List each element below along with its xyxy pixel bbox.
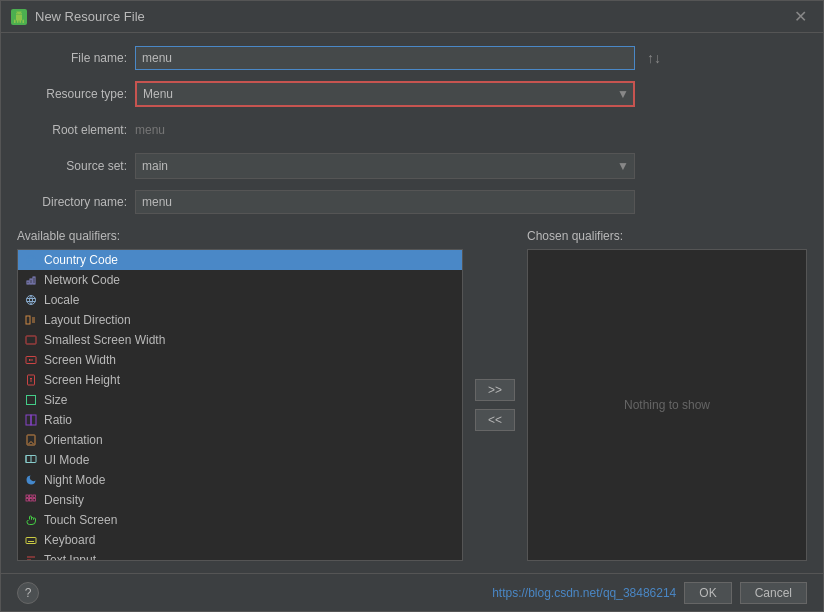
ui-mode-icon — [24, 453, 38, 467]
ratio-icon — [24, 413, 38, 427]
qualifier-label-text-input: Text Input — [44, 553, 96, 561]
root-element-label: Root element: — [17, 123, 127, 137]
svg-rect-13 — [31, 415, 36, 425]
qualifier-label-screen-height: Screen Height — [44, 373, 120, 387]
qualifier-label-locale: Locale — [44, 293, 79, 307]
qualifier-item-keyboard[interactable]: Keyboard — [18, 530, 462, 550]
qualifier-item-screen-width[interactable]: Screen Width — [18, 350, 462, 370]
svg-rect-18 — [30, 495, 33, 498]
root-element-row: Root element: menu — [17, 117, 807, 143]
qualifier-item-layout-direction[interactable]: Layout Direction — [18, 310, 462, 330]
svg-rect-21 — [30, 499, 33, 502]
qualifier-item-network-code[interactable]: Network Code — [18, 270, 462, 290]
svg-rect-19 — [33, 495, 36, 498]
qualifier-item-screen-height[interactable]: Screen Height — [18, 370, 462, 390]
directory-name-label: Directory name: — [17, 195, 127, 209]
qualifier-label-layout-direction: Layout Direction — [44, 313, 131, 327]
qualifier-label-network-code: Network Code — [44, 273, 120, 287]
resource-type-select[interactable]: Menu Layout Values Drawable — [135, 81, 635, 107]
qualifier-label-density: Density — [44, 493, 84, 507]
svg-rect-17 — [26, 495, 29, 498]
svg-rect-12 — [26, 415, 31, 425]
qualifier-item-night-mode[interactable]: Night Mode — [18, 470, 462, 490]
svg-rect-22 — [33, 499, 36, 502]
help-button[interactable]: ? — [17, 582, 39, 604]
qualifier-item-ratio[interactable]: Ratio — [18, 410, 462, 430]
qualifier-item-country-code[interactable]: Country Code — [18, 250, 462, 270]
android-icon — [11, 9, 27, 25]
nothing-to-show-text: Nothing to show — [624, 398, 710, 412]
footer: ? https://blog.csdn.net/qq_38486214 OK C… — [1, 573, 823, 611]
available-qualifiers-list[interactable]: Country Code Network Code Locale — [17, 249, 463, 561]
qualifier-buttons: >> << — [475, 229, 515, 561]
ok-button[interactable]: OK — [684, 582, 731, 604]
chosen-qualifiers-list: Nothing to show — [527, 249, 807, 561]
dialog-content: File name: ↑↓ Resource type: Menu Layout… — [1, 33, 823, 573]
size-icon — [24, 393, 38, 407]
qualifier-item-text-input[interactable]: Text Input — [18, 550, 462, 561]
dialog-title: New Resource File — [35, 9, 145, 24]
qualifier-label-smallest-screen-width: Smallest Screen Width — [44, 333, 165, 347]
qualifier-item-smallest-screen-width[interactable]: Smallest Screen Width — [18, 330, 462, 350]
qualifier-item-density[interactable]: Density — [18, 490, 462, 510]
add-qualifier-button[interactable]: >> — [475, 379, 515, 401]
file-name-input[interactable] — [135, 46, 635, 70]
svg-rect-8 — [26, 336, 36, 344]
footer-right: https://blog.csdn.net/qq_38486214 OK Can… — [492, 582, 807, 604]
source-set-label: Source set: — [17, 159, 127, 173]
qualifier-item-locale[interactable]: Locale — [18, 290, 462, 310]
locale-icon — [24, 293, 38, 307]
cancel-button[interactable]: Cancel — [740, 582, 807, 604]
sort-icon[interactable]: ↑↓ — [647, 50, 661, 66]
svg-rect-16 — [26, 456, 31, 463]
qualifier-item-size[interactable]: Size — [18, 390, 462, 410]
file-name-label: File name: — [17, 51, 127, 65]
keyboard-icon — [24, 533, 38, 547]
qualifier-label-orientation: Orientation — [44, 433, 103, 447]
svg-rect-14 — [27, 435, 35, 445]
root-element-value: menu — [135, 123, 165, 137]
qualifier-item-touch-screen[interactable]: Touch Screen — [18, 510, 462, 530]
qualifier-item-ui-mode[interactable]: UI Mode — [18, 450, 462, 470]
qualifier-label-ratio: Ratio — [44, 413, 72, 427]
close-button[interactable]: ✕ — [788, 5, 813, 28]
orientation-icon — [24, 433, 38, 447]
smallest-screen-width-icon — [24, 333, 38, 347]
source-set-select[interactable]: main debug release — [135, 153, 635, 179]
layout-direction-icon — [24, 313, 38, 327]
chosen-qualifiers-label: Chosen qualifiers: — [527, 229, 807, 243]
available-qualifiers-label: Available qualifiers: — [17, 229, 463, 243]
dialog: New Resource File ✕ File name: ↑↓ Resour… — [0, 0, 824, 612]
density-icon — [24, 493, 38, 507]
svg-rect-4 — [30, 279, 32, 284]
qualifier-item-orientation[interactable]: Orientation — [18, 430, 462, 450]
svg-rect-5 — [33, 277, 35, 284]
qualifier-label-night-mode: Night Mode — [44, 473, 105, 487]
remove-qualifier-button[interactable]: << — [475, 409, 515, 431]
resource-type-row: Resource type: Menu Layout Values Drawab… — [17, 81, 807, 107]
resource-type-label: Resource type: — [17, 87, 127, 101]
qualifier-label-ui-mode: UI Mode — [44, 453, 89, 467]
available-qualifiers-panel: Available qualifiers: Country Code Netwo… — [17, 229, 463, 561]
qualifier-label-size: Size — [44, 393, 67, 407]
screen-width-icon — [24, 353, 38, 367]
svg-rect-11 — [27, 396, 36, 405]
qualifier-label-touch-screen: Touch Screen — [44, 513, 117, 527]
svg-rect-3 — [27, 281, 29, 284]
qualifier-label-screen-width: Screen Width — [44, 353, 116, 367]
title-bar: New Resource File ✕ — [1, 1, 823, 33]
night-mode-icon — [24, 473, 38, 487]
source-set-row: Source set: main debug release ▼ — [17, 153, 807, 179]
file-name-row: File name: ↑↓ — [17, 45, 807, 71]
directory-name-input[interactable] — [135, 190, 635, 214]
svg-point-6 — [27, 296, 36, 305]
touch-screen-icon — [24, 513, 38, 527]
svg-rect-20 — [26, 499, 29, 502]
chosen-qualifiers-panel: Chosen qualifiers: Nothing to show — [527, 229, 807, 561]
svg-rect-7 — [26, 316, 30, 324]
directory-name-row: Directory name: — [17, 189, 807, 215]
text-input-icon — [24, 553, 38, 561]
footer-link[interactable]: https://blog.csdn.net/qq_38486214 — [492, 586, 676, 600]
svg-rect-23 — [26, 538, 36, 544]
network-code-icon — [24, 273, 38, 287]
